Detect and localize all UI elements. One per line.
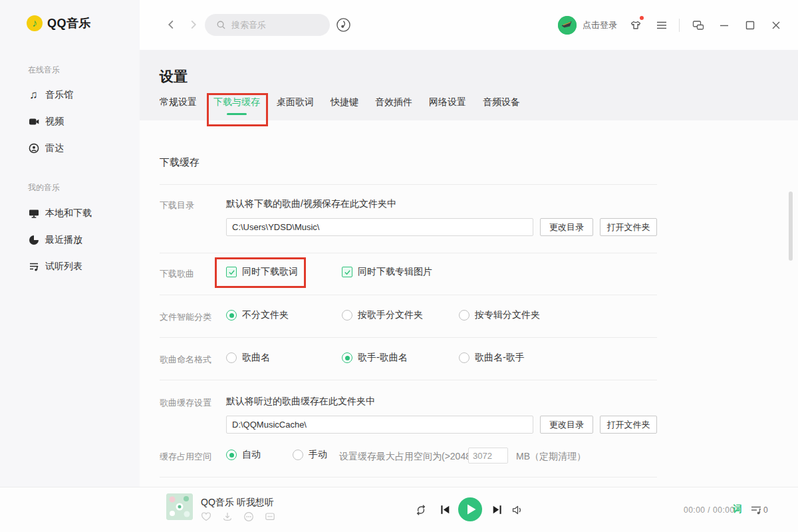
login-button[interactable]: 点击登录 — [583, 19, 617, 31]
divider — [160, 253, 657, 253]
close-button[interactable] — [769, 18, 783, 33]
listen-recognize-icon[interactable] — [335, 17, 352, 33]
sidebar-item-radar[interactable]: 雷达 — [28, 141, 64, 156]
tab-sound-effects[interactable]: 音效插件 — [375, 96, 412, 118]
radio-icon — [226, 450, 237, 460]
radio-icon — [293, 450, 303, 460]
play-button[interactable] — [458, 497, 482, 521]
sidebar-item-local-downloads[interactable]: 本地和下载 — [28, 206, 92, 221]
tab-hotkeys[interactable]: 快捷键 — [331, 96, 358, 118]
radio-no-folder[interactable]: 不分文件夹 — [226, 309, 289, 321]
next-track-icon[interactable] — [491, 503, 503, 516]
tab-general[interactable]: 常规设置 — [160, 96, 197, 118]
scrollbar-thumb[interactable] — [789, 192, 793, 261]
download-dir-label: 下载目录 — [160, 200, 194, 211]
change-dir-button[interactable]: 更改目录 — [540, 218, 593, 236]
main-menu-icon[interactable] — [654, 18, 669, 33]
radio-icon — [342, 352, 352, 363]
tab-network[interactable]: 网络设置 — [429, 96, 466, 118]
radio-icon — [226, 310, 237, 321]
back-arrow-icon[interactable] — [165, 19, 177, 31]
checkbox-download-lyrics[interactable]: 同时下载歌词 — [226, 266, 298, 278]
skin-shirt-icon[interactable] — [628, 18, 643, 33]
search-input[interactable] — [231, 20, 318, 30]
settings-tabs: 常规设置 下载与缓存 桌面歌词 快捷键 音效插件 网络设置 音频设备 — [160, 96, 520, 118]
naming-label: 歌曲命名格式 — [160, 354, 211, 366]
cache-max-input[interactable] — [468, 448, 508, 464]
app-title: QQ音乐 — [47, 15, 91, 31]
cache-unit-label: MB（定期清理） — [516, 451, 586, 463]
radio-icon — [459, 352, 469, 363]
tab-desktop-lyrics[interactable]: 桌面歌词 — [277, 96, 314, 118]
settings-content: 下载缓存 下载目录 默认将下载的歌曲/视频保存在此文件夹中 更改目录 打开文件夹… — [140, 120, 798, 487]
file-classify-label: 文件智能分类 — [160, 311, 211, 323]
topbar-divider — [679, 19, 680, 32]
radio-manual[interactable]: 手动 — [293, 449, 327, 461]
playback-time: 00:00 / 00:00 — [684, 505, 735, 515]
page-title: 设置 — [160, 67, 188, 86]
divider — [160, 184, 657, 185]
cache-dir-desc: 默认将听过的歌曲缓存在此文件夹中 — [226, 396, 375, 408]
more-options-icon[interactable] — [243, 511, 254, 522]
forward-arrow-icon[interactable] — [188, 19, 200, 31]
divider — [160, 337, 657, 338]
previous-track-icon[interactable] — [439, 503, 452, 516]
radio-icon — [342, 310, 352, 321]
checkbox-icon — [226, 267, 237, 277]
divider — [160, 477, 657, 477]
repeat-mode-icon[interactable] — [415, 504, 427, 516]
radio-by-artist[interactable]: 按歌手分文件夹 — [342, 309, 423, 321]
radio-auto[interactable]: 自动 — [226, 449, 261, 461]
divider — [160, 295, 657, 295]
qq-music-window: ♪ QQ音乐 在线音乐 ♫ 音乐馆 视频 雷达 我的音乐 本地和下载 — [0, 0, 798, 532]
minimize-button[interactable] — [717, 18, 732, 33]
maximize-button[interactable] — [743, 18, 757, 33]
clock-pie-icon — [28, 235, 39, 246]
cache-space-label: 缓存占用空间 — [160, 451, 211, 463]
mini-player-icon[interactable] — [691, 18, 706, 33]
sidebar-item-music-hall[interactable]: ♫ 音乐馆 — [28, 88, 73, 102]
video-camera-icon — [28, 116, 39, 128]
open-folder-button[interactable]: 打开文件夹 — [600, 218, 657, 236]
volume-icon[interactable] — [511, 504, 523, 516]
tab-audio-device[interactable]: 音频设备 — [483, 96, 520, 118]
search-box[interactable] — [205, 14, 330, 36]
notification-dot — [640, 16, 644, 20]
avatar[interactable] — [558, 16, 577, 35]
track-title: QQ音乐 听我想听 — [201, 497, 274, 509]
sidebar-item-recently-played[interactable]: 最近播放 — [28, 233, 82, 247]
sidebar: ♪ QQ音乐 在线音乐 ♫ 音乐馆 视频 雷达 我的音乐 本地和下载 — [0, 0, 140, 487]
download-icon[interactable] — [222, 511, 233, 522]
comment-icon[interactable] — [265, 511, 275, 522]
cache-change-dir-button[interactable]: 更改目录 — [540, 416, 593, 434]
radio-by-album[interactable]: 按专辑分文件夹 — [459, 309, 540, 321]
sidebar-item-video[interactable]: 视频 — [28, 114, 64, 129]
sidebar-item-listen-list[interactable]: 试听列表 — [28, 259, 82, 274]
download-dir-input[interactable] — [226, 218, 533, 236]
radio-artist-song[interactable]: 歌手-歌曲名 — [342, 352, 408, 364]
album-art[interactable] — [166, 493, 193, 520]
topbar-right-cluster: 点击登录 — [558, 16, 783, 35]
checkbox-download-album-art[interactable]: 同时下载专辑图片 — [342, 266, 432, 278]
lyrics-toggle[interactable]: 词 — [733, 503, 742, 515]
radio-song-artist[interactable]: 歌曲名-歌手 — [459, 352, 525, 364]
sidebar-section-my-music: 我的音乐 — [28, 182, 60, 194]
sidebar-section-online-music: 在线音乐 — [28, 65, 60, 76]
tab-download-cache[interactable]: 下载与缓存 — [213, 96, 260, 118]
cache-dir-input[interactable] — [226, 416, 533, 434]
favorite-heart-icon[interactable] — [201, 511, 211, 522]
track-action-icons — [201, 511, 275, 522]
radio-song-name[interactable]: 歌曲名 — [226, 352, 270, 364]
app-logo[interactable]: ♪ QQ音乐 — [27, 15, 91, 31]
radar-icon — [28, 143, 39, 154]
music-note-icon: ♫ — [28, 90, 39, 101]
cache-open-folder-button[interactable]: 打开文件夹 — [600, 416, 657, 434]
search-icon — [216, 20, 226, 30]
radio-icon — [226, 352, 237, 363]
qq-music-logo-icon: ♪ — [27, 15, 43, 31]
section-title: 下载缓存 — [160, 156, 200, 169]
playlist-icon — [28, 261, 39, 273]
divider — [160, 380, 657, 380]
play-queue-button[interactable]: 0 — [750, 504, 768, 516]
radio-icon — [459, 310, 469, 321]
